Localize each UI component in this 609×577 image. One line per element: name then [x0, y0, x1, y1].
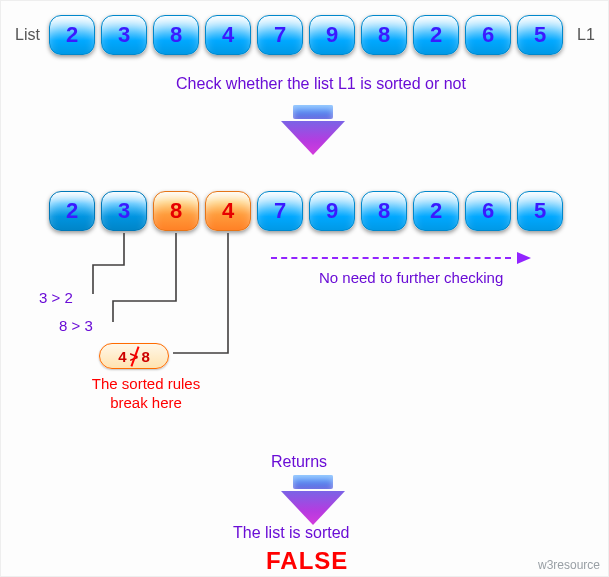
- arrow-down-1: [281, 105, 345, 155]
- row2-cell-4: 7: [257, 191, 303, 231]
- row1-cell-6: 8: [361, 15, 407, 55]
- row1-val-8: 6: [482, 22, 494, 48]
- arrow-down-2: [281, 475, 345, 525]
- dashed-arrow: [271, 252, 531, 264]
- row1-val-7: 2: [430, 22, 442, 48]
- row2-val-4: 7: [274, 198, 286, 224]
- label-returns: Returns: [271, 453, 327, 471]
- row1-cell-0: 2: [49, 15, 95, 55]
- label-l1: L1: [577, 26, 595, 44]
- row2-val-9: 5: [534, 198, 546, 224]
- row2-cell-1: 3: [101, 191, 147, 231]
- row2-val-2: 8: [170, 198, 182, 224]
- row1-cell-9: 5: [517, 15, 563, 55]
- label-is-sorted: The list is sorted: [233, 524, 349, 542]
- row1-val-6: 8: [378, 22, 390, 48]
- row1-cell-1: 3: [101, 15, 147, 55]
- row1-cell-4: 7: [257, 15, 303, 55]
- label-break-rules: The sorted rules break here: [71, 375, 221, 413]
- badge-4-not-gt-8: 4 > 8: [99, 343, 169, 369]
- row2-cell-7: 2: [413, 191, 459, 231]
- check-8gt3: 8 > 3: [59, 317, 93, 334]
- row2-val-0: 2: [66, 198, 78, 224]
- badge-op-strike: >: [130, 348, 139, 365]
- row1-cell-3: 4: [205, 15, 251, 55]
- row1-val-9: 5: [534, 22, 546, 48]
- row1-val-3: 4: [222, 22, 234, 48]
- row2-val-8: 6: [482, 198, 494, 224]
- badge-op: >: [130, 348, 139, 365]
- row1-val-2: 8: [170, 22, 182, 48]
- check-3gt2: 3 > 2: [39, 289, 73, 306]
- row1-cell-2: 8: [153, 15, 199, 55]
- badge-right: 8: [141, 348, 149, 365]
- badge-left: 4: [118, 348, 126, 365]
- row1-val-1: 3: [118, 22, 130, 48]
- row2-cell-6: 8: [361, 191, 407, 231]
- diagram-stage: List L1 2 3 8 4 7 9 8 2 6 5 Check whethe…: [1, 1, 609, 577]
- watermark: w3resource: [538, 558, 600, 572]
- label-false: FALSE: [266, 547, 348, 575]
- row2-cell-8: 6: [465, 191, 511, 231]
- row1-cell-7: 2: [413, 15, 459, 55]
- row1-cell-8: 6: [465, 15, 511, 55]
- row2-cell-9: 5: [517, 191, 563, 231]
- row1-val-5: 9: [326, 22, 338, 48]
- row2-cell-3: 4: [205, 191, 251, 231]
- row2-cell-0: 2: [49, 191, 95, 231]
- row2-val-6: 8: [378, 198, 390, 224]
- row2-cell-5: 9: [309, 191, 355, 231]
- row2-val-1: 3: [118, 198, 130, 224]
- caption-check-sorted: Check whether the list L1 is sorted or n…: [161, 75, 481, 93]
- row2-val-5: 9: [326, 198, 338, 224]
- row2-cell-2: 8: [153, 191, 199, 231]
- label-list: List: [15, 26, 40, 44]
- label-no-need: No need to further checking: [319, 269, 503, 286]
- row1-val-4: 7: [274, 22, 286, 48]
- row2-val-7: 2: [430, 198, 442, 224]
- row2-val-3: 4: [222, 198, 234, 224]
- row1-val-0: 2: [66, 22, 78, 48]
- row1-cell-5: 9: [309, 15, 355, 55]
